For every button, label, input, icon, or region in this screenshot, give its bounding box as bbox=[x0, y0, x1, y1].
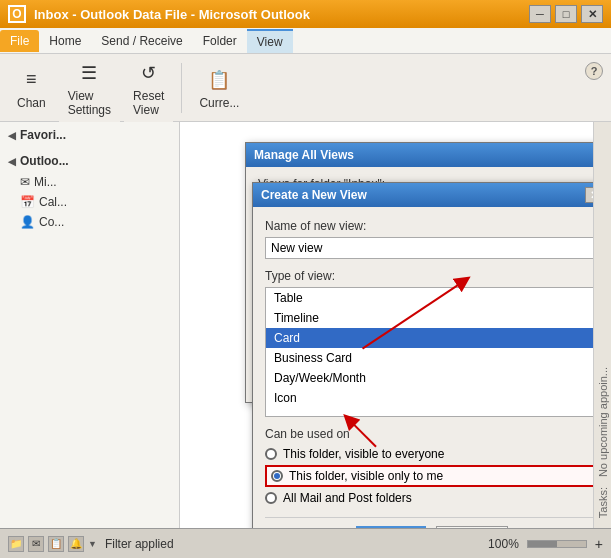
menu-home[interactable]: Home bbox=[39, 30, 91, 52]
manage-dialog-title: Manage All Views bbox=[254, 148, 593, 162]
filter-status-text: Filter applied bbox=[105, 537, 174, 551]
window-title: Inbox - Outlook Data File - Microsoft Ou… bbox=[34, 7, 529, 22]
type-day-week-month[interactable]: Day/Week/Month bbox=[266, 368, 593, 388]
zoom-fill bbox=[528, 541, 557, 547]
nav-item-contacts[interactable]: 👤 Co... bbox=[0, 212, 179, 232]
name-field-label: Name of new view: bbox=[265, 219, 593, 233]
status-icon-2[interactable]: ✉ bbox=[28, 536, 44, 552]
app-icon: O bbox=[8, 5, 26, 23]
toolbar-change-label: Chan bbox=[17, 96, 46, 110]
current-icon: 📋 bbox=[205, 66, 233, 94]
outlook-arrow: ◀ bbox=[8, 156, 16, 167]
create-ok-button[interactable]: OK bbox=[356, 526, 426, 528]
radio-label-me: This folder, visible only to me bbox=[289, 469, 443, 483]
radio-circle-me bbox=[271, 470, 283, 482]
zoom-in-icon[interactable]: + bbox=[595, 536, 603, 552]
nav-outlook: ◀ Outloo... ✉ Mi... 📅 Cal... 👤 Co... bbox=[0, 148, 179, 234]
nav-panel: ◀ Favori... ◀ Outloo... ✉ Mi... 📅 Cal...… bbox=[0, 122, 180, 528]
toolbar-reset-label: ResetView bbox=[133, 89, 164, 117]
type-card[interactable]: Card bbox=[266, 328, 593, 348]
radio-label-everyone: This folder, visible to everyone bbox=[283, 447, 444, 461]
mail-nav-label: Mi... bbox=[34, 175, 57, 189]
menu-send-receive[interactable]: Send / Receive bbox=[91, 30, 192, 52]
status-right: 100% + bbox=[488, 536, 603, 552]
radio-circle-everyone bbox=[265, 448, 277, 460]
contacts-nav-icon: 👤 bbox=[20, 215, 35, 229]
nav-outlook-header[interactable]: ◀ Outloo... bbox=[0, 150, 179, 172]
view-type-list[interactable]: Table Timeline Card Business Card Day/We… bbox=[265, 287, 593, 417]
status-icon-3[interactable]: 📋 bbox=[48, 536, 64, 552]
radio-label-all-mail: All Mail and Post folders bbox=[283, 491, 412, 505]
content-panel: Manage All Views ✕ Views for folder "Inb… bbox=[180, 122, 593, 528]
create-dialog-body: Name of new view: Type of view: Table Ti… bbox=[253, 207, 593, 528]
maximize-button[interactable]: □ bbox=[555, 5, 577, 23]
menu-bar: File Home Send / Receive Folder View bbox=[0, 28, 611, 54]
create-dialog-title-bar[interactable]: Create a New View ✕ bbox=[253, 183, 593, 207]
reset-view-icon: ↺ bbox=[135, 59, 163, 87]
main-area: ◀ Favori... ◀ Outloo... ✉ Mi... 📅 Cal...… bbox=[0, 122, 611, 528]
can-be-used-label: Can be used on bbox=[265, 427, 593, 441]
calendar-nav-icon: 📅 bbox=[20, 195, 35, 209]
manage-dialog-title-bar[interactable]: Manage All Views ✕ bbox=[246, 143, 593, 167]
view-settings-icon: ☰ bbox=[75, 59, 103, 87]
create-dialog-close-button[interactable]: ✕ bbox=[585, 187, 593, 203]
menu-folder[interactable]: Folder bbox=[193, 30, 247, 52]
menu-file[interactable]: File bbox=[0, 30, 39, 52]
zoom-slider[interactable] bbox=[527, 540, 587, 548]
type-timeline[interactable]: Timeline bbox=[266, 308, 593, 328]
close-button[interactable]: ✕ bbox=[581, 5, 603, 23]
tasks-label: Tasks: bbox=[597, 487, 609, 518]
nav-favorites-header[interactable]: ◀ Favori... bbox=[0, 124, 179, 146]
toolbar-divider bbox=[181, 63, 182, 113]
no-upcoming-text: No upcoming appoin... bbox=[597, 367, 609, 477]
toolbar-view-settings[interactable]: ☰ ViewSettings bbox=[59, 54, 120, 122]
right-panel: No upcoming appoin... Tasks: bbox=[593, 122, 611, 528]
status-bar: 📁 ✉ 📋 🔔 ▼ Filter applied 100% + bbox=[0, 528, 611, 558]
type-business-card[interactable]: Business Card bbox=[266, 348, 593, 368]
create-new-view-dialog: Create a New View ✕ Name of new view: Ty… bbox=[252, 182, 593, 528]
toolbar-current[interactable]: 📋 Curre... bbox=[190, 61, 248, 115]
dropdown-arrow[interactable]: ▼ bbox=[88, 539, 97, 549]
create-dialog-footer: OK Cancel bbox=[265, 517, 593, 528]
create-dialog-title: Create a New View bbox=[261, 188, 585, 202]
toolbar-change-view[interactable]: ≡ Chan bbox=[8, 61, 55, 115]
contacts-nav-label: Co... bbox=[39, 215, 64, 229]
toolbar-current-label: Curre... bbox=[199, 96, 239, 110]
outlook-label: Outloo... bbox=[20, 154, 69, 168]
mail-nav-icon: ✉ bbox=[20, 175, 30, 189]
status-icons: 📁 ✉ 📋 🔔 ▼ bbox=[8, 536, 97, 552]
toolbar: ≡ Chan ☰ ViewSettings ↺ ResetView 📋 Curr… bbox=[0, 54, 611, 122]
help-icon[interactable]: ? bbox=[585, 62, 603, 80]
favorites-label: Favori... bbox=[20, 128, 66, 142]
radio-visible-me[interactable]: This folder, visible only to me bbox=[265, 465, 593, 487]
minimize-button[interactable]: ─ bbox=[529, 5, 551, 23]
type-table[interactable]: Table bbox=[266, 288, 593, 308]
nav-favorites: ◀ Favori... bbox=[0, 122, 179, 148]
radio-all-mail[interactable]: All Mail and Post folders bbox=[265, 491, 593, 505]
toolbar-reset-view[interactable]: ↺ ResetView bbox=[124, 54, 173, 122]
nav-item-mail[interactable]: ✉ Mi... bbox=[0, 172, 179, 192]
menu-view[interactable]: View bbox=[247, 29, 293, 53]
status-icon-1[interactable]: 📁 bbox=[8, 536, 24, 552]
title-bar: O Inbox - Outlook Data File - Microsoft … bbox=[0, 0, 611, 28]
radio-visible-everyone[interactable]: This folder, visible to everyone bbox=[265, 447, 593, 461]
type-of-view-label: Type of view: bbox=[265, 269, 593, 283]
nav-item-calendar[interactable]: 📅 Cal... bbox=[0, 192, 179, 212]
window-controls: ─ □ ✕ bbox=[529, 5, 603, 23]
create-cancel-button[interactable]: Cancel bbox=[436, 526, 507, 528]
toolbar-view-label: ViewSettings bbox=[68, 89, 111, 117]
radio-group: This folder, visible to everyone This fo… bbox=[265, 447, 593, 505]
change-view-icon: ≡ bbox=[17, 66, 45, 94]
calendar-nav-label: Cal... bbox=[39, 195, 67, 209]
favorites-arrow: ◀ bbox=[8, 130, 16, 141]
status-icon-4[interactable]: 🔔 bbox=[68, 536, 84, 552]
radio-circle-all-mail bbox=[265, 492, 277, 504]
zoom-percent: 100% bbox=[488, 537, 519, 551]
new-view-name-input[interactable] bbox=[265, 237, 593, 259]
type-icon[interactable]: Icon bbox=[266, 388, 593, 408]
